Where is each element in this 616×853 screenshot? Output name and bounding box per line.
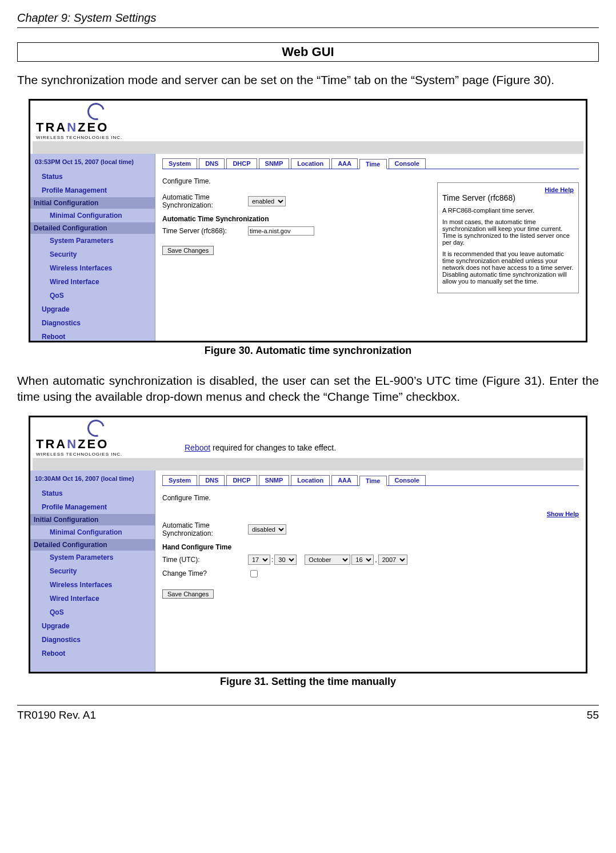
nav-diagnostics[interactable]: Diagnostics bbox=[30, 316, 155, 330]
hand-config-header: Hand Configure Time bbox=[162, 543, 579, 551]
save-button[interactable]: Save Changes bbox=[162, 589, 214, 599]
paragraph-2: When automatic synchronization is disabl… bbox=[17, 373, 599, 404]
tab-aaa[interactable]: AAA bbox=[331, 475, 358, 485]
logo: TRANZEO WIRELESS TECHNOLOGIES INC. bbox=[36, 103, 150, 140]
figure-31-caption: Figure 31. Setting the time manually bbox=[17, 676, 599, 688]
tab-console[interactable]: Console bbox=[389, 475, 426, 485]
tab-location[interactable]: Location bbox=[291, 475, 330, 485]
footer-left: TR0190 Rev. A1 bbox=[17, 709, 96, 722]
show-help-link[interactable]: Show Help bbox=[547, 511, 579, 517]
nav-wired[interactable]: Wired Interface bbox=[30, 592, 155, 605]
tab-bar: System DNS DHCP SNMP Location AAA Time C… bbox=[162, 158, 579, 169]
sidebar: 10:30AM Oct 16, 2007 (local time) Status… bbox=[30, 471, 155, 672]
time-utc-label: Time (UTC): bbox=[162, 556, 248, 564]
logo: TRANZEO WIRELESS TECHNOLOGIES INC. bbox=[36, 420, 150, 457]
tab-console[interactable]: Console bbox=[389, 158, 426, 169]
nav-profile-management[interactable]: Profile Management bbox=[30, 500, 155, 514]
tab-dhcp[interactable]: DHCP bbox=[226, 158, 257, 169]
nav-hdr-initial: Initial Configuration bbox=[30, 514, 155, 525]
auto-sync-select[interactable]: disabled bbox=[248, 524, 286, 535]
hour-select[interactable]: 17 bbox=[248, 555, 270, 565]
tab-location[interactable]: Location bbox=[291, 158, 330, 169]
figure-31: TRANZEO WIRELESS TECHNOLOGIES INC. Reboo… bbox=[29, 416, 587, 673]
nav-wireless[interactable]: Wireless Interfaces bbox=[30, 261, 155, 275]
chapter-header: Chapter 9: System Settings bbox=[17, 11, 599, 28]
tab-time[interactable]: Time bbox=[359, 159, 386, 169]
help-title: Time Server (rfc868) bbox=[442, 193, 574, 202]
nav-qos[interactable]: QoS bbox=[30, 289, 155, 302]
nav-minimal-config[interactable]: Minimal Configuration bbox=[30, 525, 155, 539]
nav-security[interactable]: Security bbox=[30, 248, 155, 261]
auto-sync-label: Automatic Time Synchronization: bbox=[162, 193, 248, 209]
tab-system[interactable]: System bbox=[162, 475, 197, 485]
nav-hdr-detailed: Detailed Configuration bbox=[30, 222, 155, 234]
save-button[interactable]: Save Changes bbox=[162, 246, 214, 255]
nav-system-params[interactable]: System Parameters bbox=[30, 234, 155, 248]
nav-reboot[interactable]: Reboot bbox=[30, 330, 155, 341]
tab-bar: System DNS DHCP SNMP Location AAA Time C… bbox=[162, 475, 579, 486]
tab-snmp[interactable]: SNMP bbox=[259, 475, 290, 485]
hide-help-link[interactable]: Hide Help bbox=[545, 186, 574, 193]
nav-diagnostics[interactable]: Diagnostics bbox=[30, 633, 155, 647]
nav-profile-management[interactable]: Profile Management bbox=[30, 184, 155, 197]
nav-status[interactable]: Status bbox=[30, 170, 155, 184]
help-text-1: A RFC868-compliant time server. bbox=[442, 207, 574, 214]
tab-dns[interactable]: DNS bbox=[199, 475, 225, 485]
minute-select[interactable]: 30 bbox=[274, 555, 297, 565]
tab-dhcp[interactable]: DHCP bbox=[226, 475, 257, 485]
section-title: Web GUI bbox=[17, 42, 599, 62]
nav-minimal-config[interactable]: Minimal Configuration bbox=[30, 209, 155, 222]
footer-page-number: 55 bbox=[587, 709, 599, 722]
nav-hdr-initial: Initial Configuration bbox=[30, 197, 155, 209]
auto-sync-select[interactable]: enabled bbox=[248, 196, 286, 206]
tab-system[interactable]: System bbox=[162, 158, 197, 169]
tab-time[interactable]: Time bbox=[359, 476, 386, 486]
time-server-input[interactable] bbox=[248, 226, 314, 236]
year-select[interactable]: 2007 bbox=[378, 555, 407, 565]
nav-hdr-detailed: Detailed Configuration bbox=[30, 539, 155, 551]
help-text-3: It is recommended that you leave automat… bbox=[442, 250, 574, 285]
help-text-2: In most cases, the automatic time synchr… bbox=[442, 218, 574, 246]
reboot-link[interactable]: Reboot bbox=[185, 443, 210, 452]
help-panel: Hide Help Time Server (rfc868) A RFC868-… bbox=[437, 182, 579, 293]
change-time-label: Change Time? bbox=[162, 569, 248, 577]
tab-aaa[interactable]: AAA bbox=[331, 158, 358, 169]
day-select[interactable]: 16 bbox=[351, 555, 374, 565]
nav-upgrade[interactable]: Upgrade bbox=[30, 302, 155, 316]
tab-snmp[interactable]: SNMP bbox=[259, 158, 290, 169]
figure-30: TRANZEO WIRELESS TECHNOLOGIES INC. 03:53… bbox=[29, 99, 587, 342]
figure-30-caption: Figure 30. Automatic time synchronizatio… bbox=[17, 345, 599, 357]
paragraph-1: The synchronization mode and server can … bbox=[17, 72, 599, 87]
nav-security[interactable]: Security bbox=[30, 564, 155, 578]
reboot-message: Reboot required for changes to take effe… bbox=[185, 443, 336, 457]
nav-wireless[interactable]: Wireless Interfaces bbox=[30, 578, 155, 592]
nav-system-params[interactable]: System Parameters bbox=[30, 551, 155, 564]
auto-sync-label: Automatic Time Synchronization: bbox=[162, 521, 248, 537]
time-server-label: Time Server (rfc868): bbox=[162, 227, 248, 235]
nav-reboot[interactable]: Reboot bbox=[30, 647, 155, 660]
local-time: 03:53PM Oct 15, 2007 (local time) bbox=[30, 156, 155, 170]
page-footer: TR0190 Rev. A1 55 bbox=[17, 705, 599, 722]
change-time-checkbox[interactable] bbox=[250, 570, 258, 577]
nav-qos[interactable]: QoS bbox=[30, 605, 155, 619]
tab-dns[interactable]: DNS bbox=[199, 158, 225, 169]
nav-status[interactable]: Status bbox=[30, 487, 155, 500]
local-time: 10:30AM Oct 16, 2007 (local time) bbox=[30, 473, 155, 487]
nav-upgrade[interactable]: Upgrade bbox=[30, 619, 155, 633]
month-select[interactable]: October bbox=[305, 555, 350, 565]
nav-wired[interactable]: Wired Interface bbox=[30, 275, 155, 289]
config-title: Configure Time. bbox=[162, 494, 579, 502]
sidebar: 03:53PM Oct 15, 2007 (local time) Status… bbox=[30, 154, 155, 341]
